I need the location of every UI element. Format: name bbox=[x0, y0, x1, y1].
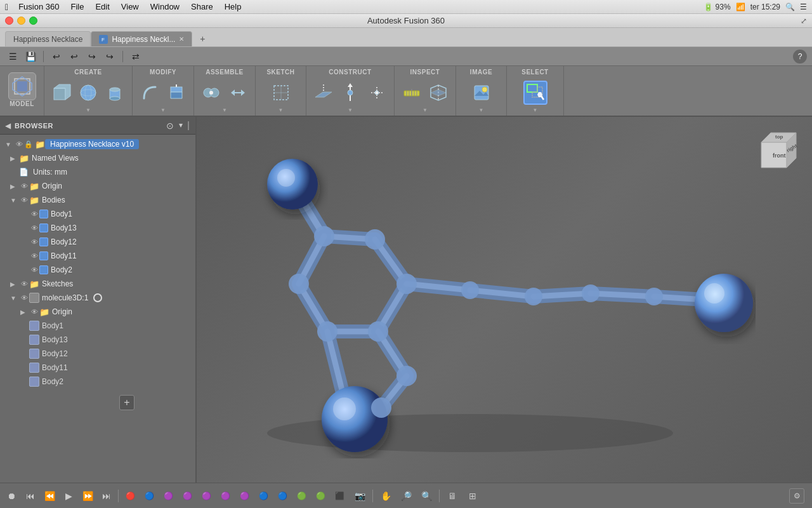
menu-help[interactable]: Help bbox=[219, 1, 247, 13]
image-decal-tool[interactable] bbox=[469, 81, 494, 105]
modify-section[interactable]: MODIFY ▼ bbox=[133, 66, 194, 116]
timeline-icon7[interactable]: 🟣 bbox=[235, 487, 253, 505]
browser-settings-btn[interactable]: ▾ bbox=[179, 121, 183, 131]
expand-icon[interactable]: ⤢ bbox=[801, 17, 807, 25]
menu-list[interactable]: ☰ bbox=[800, 3, 807, 11]
browser-collapse-btn[interactable]: ◀ bbox=[5, 121, 11, 130]
sketch-section[interactable]: SKETCH ▼ bbox=[256, 66, 306, 116]
tree-comp-body12[interactable]: ▶ Body12 bbox=[0, 347, 195, 361]
tree-add-btn[interactable]: + bbox=[114, 394, 195, 411]
timeline-icon9[interactable]: 🔵 bbox=[273, 487, 291, 505]
timeline-icon6[interactable]: 🟣 bbox=[216, 487, 234, 505]
timeline-icon8[interactable]: 🔵 bbox=[254, 487, 272, 505]
menu-fusion360[interactable]: Fusion 360 bbox=[13, 1, 64, 13]
help-button[interactable]: ? bbox=[793, 50, 807, 64]
undo2-btn[interactable]: ↩ bbox=[67, 49, 82, 64]
tree-body12[interactable]: ▶ 👁 Body12 bbox=[0, 235, 195, 249]
bodies-eye[interactable]: 👁 bbox=[19, 195, 29, 205]
redo-btn[interactable]: ↪ bbox=[84, 49, 100, 64]
share-btn[interactable]: ⇄ bbox=[128, 49, 143, 64]
camera-btn[interactable]: 📷 bbox=[351, 487, 369, 505]
body13-eye[interactable]: 👁 bbox=[29, 223, 39, 233]
create-section[interactable]: CREATE bbox=[44, 66, 133, 116]
tree-comp-body1[interactable]: ▶ Body1 bbox=[0, 319, 195, 333]
next-btn[interactable]: ⏭ bbox=[98, 487, 115, 505]
select-arrow-tool[interactable] bbox=[523, 81, 547, 105]
body12-eye[interactable]: 👁 bbox=[29, 237, 39, 247]
timeline-icon10[interactable]: 🟢 bbox=[292, 487, 310, 505]
tree-body2[interactable]: ▶ 👁 Body2 bbox=[0, 263, 195, 277]
record-btn[interactable]: ⏺ bbox=[3, 487, 20, 505]
tree-body13[interactable]: ▶ 👁 Body13 bbox=[0, 221, 195, 235]
root-eye[interactable]: 👁 bbox=[14, 139, 24, 149]
step-fwd-btn[interactable]: ⏩ bbox=[79, 487, 96, 505]
menu-toggle-btn[interactable]: ☰ bbox=[5, 49, 20, 64]
tree-body1[interactable]: ▶ 👁 Body1 bbox=[0, 207, 195, 221]
tree-origin[interactable]: ▶ 👁 📁 Origin bbox=[0, 179, 195, 193]
model-button[interactable] bbox=[8, 72, 36, 100]
component-arrow[interactable]: ▼ bbox=[10, 295, 19, 302]
sketches-arrow[interactable]: ▶ bbox=[10, 281, 19, 288]
inspect-measure-tool[interactable] bbox=[400, 81, 424, 105]
menu-share[interactable]: Share bbox=[186, 1, 218, 13]
assemble-motion-tool[interactable] bbox=[226, 81, 250, 105]
zoom-out-btn[interactable]: 🔍 bbox=[417, 487, 435, 505]
prev-btn[interactable]: ⏮ bbox=[22, 487, 39, 505]
construct-section[interactable]: CONSTRUCT bbox=[306, 66, 395, 116]
create-box-tool[interactable] bbox=[49, 81, 74, 105]
tree-comp-body11[interactable]: ▶ Body11 bbox=[0, 361, 195, 375]
construct-axis-tool[interactable] bbox=[338, 81, 362, 105]
timeline-icon4[interactable]: 🟣 bbox=[178, 487, 196, 505]
timeline-icon2[interactable]: 🔵 bbox=[140, 487, 158, 505]
origin-eye[interactable]: 👁 bbox=[19, 181, 29, 191]
create-sphere-tool[interactable] bbox=[76, 81, 100, 105]
tree-sketches[interactable]: ▶ 👁 📁 Sketches bbox=[0, 277, 195, 291]
bodies-arrow[interactable]: ▼ bbox=[10, 197, 19, 204]
tree-component[interactable]: ▼ 👁 molecule3D:1 bbox=[0, 291, 195, 305]
tree-body11[interactable]: ▶ 👁 Body11 bbox=[0, 249, 195, 263]
construct-plane-tool[interactable] bbox=[311, 81, 336, 105]
add-component-button[interactable]: + bbox=[119, 395, 134, 410]
settings-button[interactable]: ⚙ bbox=[789, 488, 804, 504]
redo2-btn[interactable]: ↪ bbox=[102, 49, 117, 64]
body1-eye[interactable]: 👁 bbox=[29, 209, 39, 219]
play-btn[interactable]: ▶ bbox=[60, 487, 77, 505]
comp-origin-eye[interactable]: 👁 bbox=[29, 307, 39, 317]
sketch-create-tool[interactable] bbox=[269, 81, 293, 105]
viewport[interactable]: front right top bbox=[197, 117, 812, 483]
body11-eye[interactable]: 👁 bbox=[29, 251, 39, 261]
grid-btn[interactable]: ⊞ bbox=[464, 487, 481, 505]
inspect-section[interactable]: INSPECT ▼ bbox=[395, 66, 456, 116]
view-cube[interactable]: front right top bbox=[749, 130, 799, 180]
sketches-eye[interactable]: 👁 bbox=[19, 279, 29, 289]
menu-window[interactable]: Window bbox=[145, 1, 185, 13]
maximize-button[interactable] bbox=[29, 17, 37, 25]
menu-file[interactable]: File bbox=[65, 1, 89, 13]
zoom-in-btn[interactable]: 🔎 bbox=[397, 487, 415, 505]
tree-named-views[interactable]: ▶ 📁 Named Views bbox=[0, 151, 195, 165]
tree-component-origin[interactable]: ▶ 👁 📁 Origin bbox=[0, 305, 195, 319]
menu-edit[interactable]: Edit bbox=[90, 1, 114, 13]
new-tab-button[interactable]: + bbox=[195, 31, 210, 46]
origin-arrow[interactable]: ▶ bbox=[10, 183, 19, 190]
comp-origin-arrow[interactable]: ▶ bbox=[20, 309, 29, 316]
close-button[interactable] bbox=[5, 17, 13, 25]
body2-eye[interactable]: 👁 bbox=[29, 265, 39, 275]
select-section[interactable]: SELECT ▼ bbox=[507, 66, 564, 116]
apple-menu[interactable]:  bbox=[5, 2, 8, 12]
modify-press-tool[interactable] bbox=[164, 81, 188, 105]
tree-bodies[interactable]: ▼ 👁 📁 Bodies bbox=[0, 193, 195, 207]
tab-2-close[interactable]: ✕ bbox=[179, 36, 184, 43]
pan-btn[interactable]: ✋ bbox=[377, 487, 395, 505]
named-views-arrow[interactable]: ▶ bbox=[10, 155, 19, 162]
minimize-button[interactable] bbox=[17, 17, 25, 25]
tree-units[interactable]: ▶ 📄 Units: mm bbox=[0, 165, 195, 179]
timeline-icon12[interactable]: ⬛ bbox=[331, 487, 348, 505]
timeline-icon11[interactable]: 🟢 bbox=[311, 487, 329, 505]
timeline-icon3[interactable]: 🟣 bbox=[159, 487, 177, 505]
assemble-section[interactable]: ASSEMBLE ▼ bbox=[194, 66, 256, 116]
menu-view[interactable]: View bbox=[116, 1, 144, 13]
component-eye[interactable]: 👁 bbox=[19, 293, 29, 303]
undo-btn[interactable]: ↩ bbox=[49, 49, 64, 64]
model-group[interactable]: MODEL bbox=[0, 66, 44, 116]
